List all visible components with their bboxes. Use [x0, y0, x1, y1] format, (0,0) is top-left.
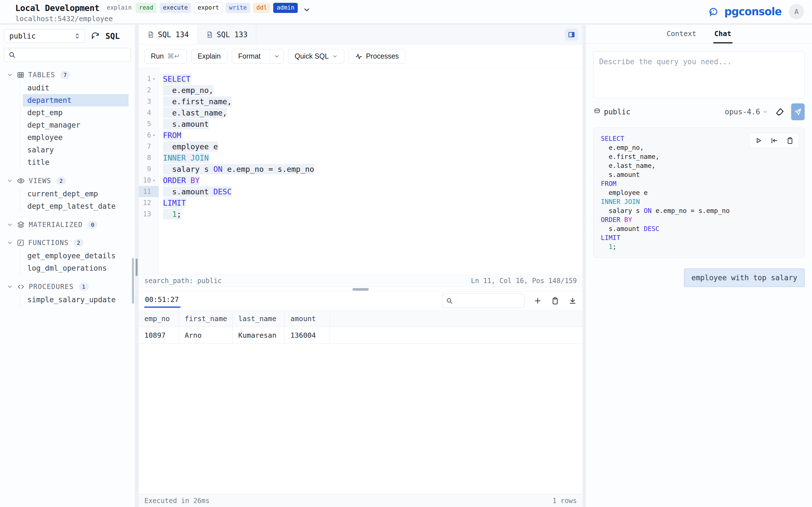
editor-toolbar: Run ⌘↵ Explain Format Quick SQL Processe…: [139, 45, 582, 68]
explain-button[interactable]: Explain: [191, 49, 227, 64]
assistant-sql-line: e.first_name,: [601, 152, 797, 161]
download-results-icon[interactable]: [568, 297, 577, 305]
format-label: Format: [232, 49, 267, 63]
processes-button[interactable]: Processes: [349, 49, 405, 64]
editor-tab-sql-134[interactable]: SQL 134: [139, 25, 198, 44]
column-header-emp_no[interactable]: emp_no: [139, 311, 179, 327]
fold-arrow-icon[interactable]: ▾: [152, 76, 156, 81]
permission-badge-admin: admin: [273, 3, 298, 13]
tree-item-current_dept_emp[interactable]: current_dept_emp: [23, 187, 129, 200]
splitter-drag-handle[interactable]: [352, 288, 369, 291]
add-result-tab-icon[interactable]: [534, 297, 542, 305]
sql-token: [620, 215, 624, 224]
schema-tree: TABLES7auditdepartmentdept_empdept_manag…: [4, 69, 131, 306]
code-line-text: salary s ON e.emp_no = s.emp_no: [158, 165, 314, 173]
tree-section-header-materialized[interactable]: MATERIALIZED0: [4, 219, 131, 231]
editor-tab-sql-133[interactable]: SQL 133: [198, 25, 257, 44]
schema-select[interactable]: public: [4, 29, 85, 43]
section-count-badge: 7: [60, 71, 70, 79]
line-number: 3: [147, 98, 151, 105]
permission-badge-export: export: [194, 3, 223, 13]
column-header-amount[interactable]: amount: [285, 311, 330, 327]
send-button[interactable]: [791, 103, 805, 120]
table-row[interactable]: 10897ArnoKumaresan136004: [139, 327, 582, 344]
tab-context[interactable]: Context: [665, 25, 697, 43]
section-label: MATERIALIZED: [29, 221, 83, 229]
tree-item-simple_salary_update[interactable]: simple_salary_update: [23, 293, 129, 306]
copy-results-icon[interactable]: [551, 297, 559, 305]
schema-sidebar: public SQL TABLES7auditdepartmentdept_em…: [0, 25, 135, 507]
code-line: 9 salary s ON e.emp_no = s.emp_no: [139, 163, 582, 175]
tab-chat[interactable]: Chat: [713, 25, 732, 43]
format-button[interactable]: Format: [232, 49, 284, 64]
results-search[interactable]: [442, 293, 524, 308]
column-header-last_name[interactable]: last_name: [233, 311, 285, 327]
sql-token: DESC: [213, 186, 232, 197]
quick-sql-button[interactable]: Quick SQL: [288, 49, 344, 64]
format-chevron-down-icon[interactable]: [270, 49, 283, 63]
result-timer-tab[interactable]: 00:51:27: [144, 294, 181, 308]
sql-token: e.emp_no,: [163, 85, 213, 96]
brand-name: pgconsole: [724, 6, 781, 18]
sql-code-editor[interactable]: 1▾SELECT2 e.emp_no,3 e.first_name,4 e.la…: [139, 68, 582, 275]
chat-query-input[interactable]: [593, 52, 805, 99]
tree-section-header-procedures[interactable]: PROCEDURES1: [4, 281, 131, 293]
copy-sql-clipboard-icon[interactable]: [786, 136, 794, 145]
line-number: 1: [147, 75, 151, 83]
sidebar-scrollbar-thumb[interactable]: [132, 258, 134, 304]
tree-item-get_employee_details[interactable]: get_employee_details: [23, 249, 129, 262]
fold-arrow-icon[interactable]: ▾: [152, 178, 156, 183]
run-sql-play-icon[interactable]: [755, 136, 762, 145]
tree-item-employee[interactable]: employee: [23, 131, 129, 144]
assistant-sql-line: ORDER BY: [601, 215, 797, 224]
line-gutter: 7: [139, 141, 158, 152]
chat-schema-context[interactable]: public: [593, 108, 630, 116]
tree-item-dept_manager[interactable]: dept_manager: [23, 119, 129, 131]
tree-item-salary[interactable]: salary: [23, 144, 129, 156]
sidebar-resize-handle[interactable]: [136, 259, 138, 276]
section-function-icon: [17, 239, 24, 246]
permission-badge-write: write: [225, 3, 250, 13]
tree-item-log_dml_operations[interactable]: log_dml_operations: [23, 262, 129, 274]
sql-token: employee e: [601, 188, 648, 197]
run-button[interactable]: Run ⌘↵: [144, 49, 187, 64]
processes-label: Processes: [366, 52, 399, 60]
sidebar-search-input[interactable]: [19, 51, 126, 59]
insert-to-editor-icon[interactable]: [770, 136, 778, 145]
tree-item-department[interactable]: department: [23, 94, 129, 107]
fold-arrow-icon[interactable]: ▾: [152, 133, 156, 138]
sql-token: e.emp_no = s.emp_no: [652, 206, 730, 215]
clear-chat-eraser-icon[interactable]: [775, 107, 784, 117]
permission-badge-explain: explain: [106, 3, 133, 13]
model-select[interactable]: opus-4.6: [725, 108, 768, 116]
refresh-icon[interactable]: [91, 32, 100, 41]
avatar[interactable]: A: [789, 4, 804, 19]
cell-filler: [330, 327, 582, 343]
sql-mode-label[interactable]: SQL: [105, 32, 120, 41]
assistant-sql-line: employee e: [601, 188, 797, 197]
toggle-side-panel-button[interactable]: [565, 29, 578, 41]
line-number: 7: [147, 143, 151, 151]
assistant-sql-line: LIMIT: [601, 233, 797, 242]
sql-token: SELECT: [163, 74, 191, 84]
line-gutter: 5: [139, 118, 158, 129]
permission-badge-ddl: ddl: [253, 3, 270, 13]
tree-section-header-views[interactable]: VIEWS2: [4, 175, 131, 187]
results-splitter[interactable]: [139, 287, 582, 291]
tree-item-audit[interactable]: audit: [23, 82, 129, 94]
tree-item-dept_emp[interactable]: dept_emp: [23, 107, 129, 119]
sql-card-toolbar: [749, 133, 799, 148]
tree-item-dept_emp_latest_date[interactable]: dept_emp_latest_date: [23, 200, 129, 212]
tree-section-header-tables[interactable]: TABLES7: [4, 69, 131, 81]
column-header-first_name[interactable]: first_name: [179, 311, 233, 327]
tree-item-title[interactable]: title: [23, 156, 129, 168]
sidebar-search[interactable]: [4, 48, 131, 62]
results-search-input[interactable]: [455, 297, 521, 305]
connection-chevron-down-icon[interactable]: [303, 6, 311, 14]
tree-section-header-functions[interactable]: FUNCTIONS2: [4, 237, 131, 249]
line-gutter: 13: [139, 209, 158, 220]
connection-info: Local Development explainreadexecuteexpo…: [15, 2, 311, 23]
sql-token: FROM: [601, 179, 616, 188]
chevron-down-icon: [7, 284, 13, 290]
assistant-sql-line: INNER JOIN: [601, 197, 797, 206]
